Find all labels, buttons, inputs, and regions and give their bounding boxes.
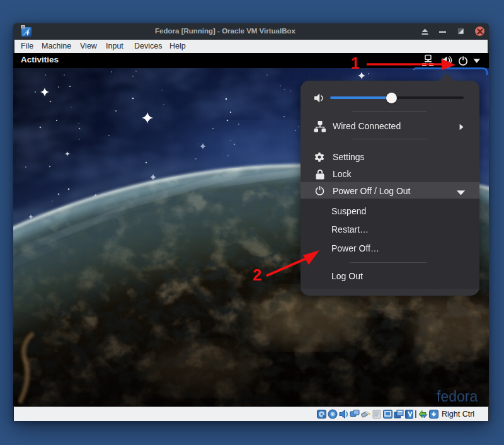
svg-text:fedora: fedora <box>437 388 478 405</box>
